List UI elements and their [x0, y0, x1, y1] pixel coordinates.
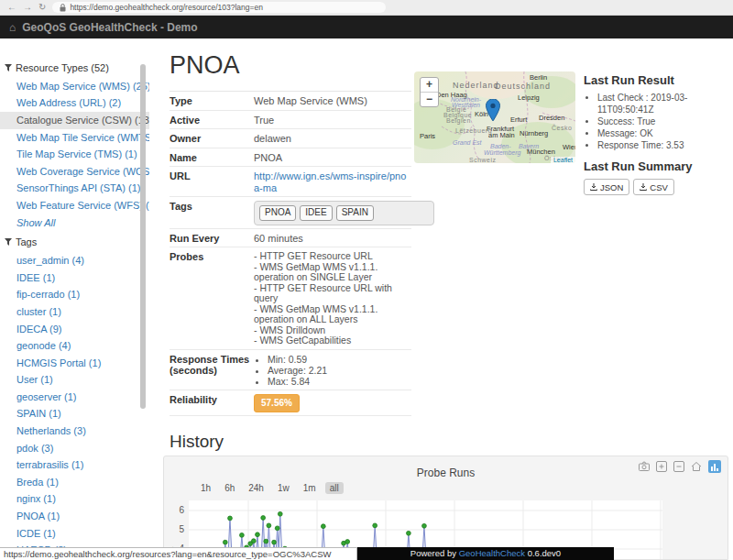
map[interactable]: + − NederlandDeutschlandBerlinDen HaagLe… — [414, 71, 575, 163]
sidebar-item-tag[interactable]: IDEE (1) — [0, 269, 149, 287]
tag-link[interactable]: geoserver (1) — [16, 391, 76, 402]
response-time-item: Min: 0.59 — [268, 354, 411, 365]
tag-link[interactable]: IDEE (1) — [16, 272, 55, 283]
tag-link[interactable]: geonode (4) — [16, 340, 71, 351]
refresh-icon[interactable]: ↻ — [38, 3, 46, 12]
sidebar-item-resource-type[interactable]: Catalogue Service (CSW) (13) — [0, 112, 149, 129]
detail-value: 57.56% — [254, 394, 411, 413]
zoom-out-icon[interactable] — [673, 461, 684, 472]
geohealthcheck-link[interactable]: GeoHealthCheck — [459, 548, 525, 558]
range-button-24h[interactable]: 24h — [244, 482, 268, 494]
sidebar-item-tag[interactable]: user_admin (4) — [0, 252, 149, 269]
detail-value: - HTTP GET Resource URL- WMS GetMap WMS … — [254, 251, 411, 346]
tag-link[interactable]: HCMGIS Portal (1) — [16, 357, 101, 368]
resource-url-link[interactable]: http://www.ign.es/wms-inspire/pnoa-ma — [254, 170, 406, 193]
sidebar-item-tag[interactable]: HCMGIS Portal (1) — [0, 355, 149, 372]
zoom-in-button[interactable]: + — [421, 78, 438, 92]
sidebar-item-tag[interactable]: geonode (4) — [0, 337, 149, 355]
sidebar-item-resource-type[interactable]: SensorThings API (STA) (1) — [0, 181, 149, 198]
show-all-link[interactable]: Show All — [16, 217, 55, 228]
sidebar-item-tag[interactable]: PNOA (1) — [0, 508, 149, 525]
back-icon[interactable]: ← — [7, 3, 16, 12]
tag-link[interactable]: cluster (1) — [16, 306, 61, 317]
tag-badge[interactable]: SPAIN — [336, 205, 374, 221]
zoom-out-button[interactable]: − — [421, 92, 438, 106]
detail-label: Type — [170, 95, 254, 107]
sidebar-item-tag[interactable]: Breda (1) — [0, 474, 149, 491]
top-navbar: ⌂ GeoQoS GeoHealthCheck - Demo — [0, 16, 733, 38]
range-button-1m[interactable]: 1m — [299, 482, 321, 494]
download-json-button[interactable]: JSON — [584, 179, 629, 195]
footer: Powered by GeoHealthCheck 0.6.dev0 — [357, 547, 614, 560]
home-icon[interactable]: ⌂ — [9, 21, 16, 34]
plotly-logo-icon[interactable] — [708, 460, 721, 473]
leaflet-attribution[interactable]: Leaflet — [551, 157, 575, 163]
range-button-1w[interactable]: 1w — [273, 482, 294, 494]
sidebar-item-resource-type[interactable]: Web Map Tile Service (WMTS) (4) — [0, 129, 149, 147]
sidebar-item-resource-type[interactable]: Web Address (URL) (2) — [0, 95, 149, 113]
sidebar-item-tag[interactable]: cluster (1) — [0, 303, 149, 321]
tag-link[interactable]: user_admin (4) — [16, 255, 84, 266]
response-times-list: Min: 0.59Average: 2.21Max: 5.84 — [254, 354, 411, 387]
sidebar-item-tag[interactable]: Netherlands (3) — [0, 423, 149, 440]
tag-link[interactable]: User (1) — [16, 374, 53, 385]
forward-icon[interactable]: → — [23, 3, 32, 12]
tag-link[interactable]: ICDE (1) — [16, 528, 56, 539]
resource-type-link[interactable]: Web Feature Service (WFS) (4) — [16, 200, 149, 211]
sidebar-item-tag[interactable]: SPAIN (1) — [0, 406, 149, 423]
detail-row: Reliability57.56% — [170, 390, 411, 417]
resource-type-link[interactable]: SensorThings API (STA) (1) — [16, 182, 141, 193]
detail-value: Min: 0.59Average: 2.21Max: 5.84 — [254, 354, 411, 387]
resource-type-link[interactable]: Web Address (URL) (2) — [16, 97, 121, 108]
tag-badge[interactable]: PNOA — [259, 205, 296, 221]
sidebar-item-resource-type[interactable]: Web Feature Service (WFS) (4) — [0, 197, 149, 214]
navbar-brand[interactable]: GeoQoS GeoHealthCheck - Demo — [22, 21, 197, 34]
resource-type-link[interactable]: Web Coverage Service (WCS) (2) — [16, 166, 149, 177]
powered-by-text: Powered by — [410, 548, 456, 558]
download-csv-button[interactable]: CSV — [633, 179, 674, 195]
sidebar-item-tag[interactable]: fip-cerrado (1) — [0, 287, 149, 304]
range-button-all[interactable]: all — [325, 482, 344, 494]
detail-label: Active — [170, 115, 254, 126]
tag-badge[interactable]: IDEE — [300, 205, 332, 221]
sidebar-item-tag[interactable]: ICDE (1) — [0, 525, 149, 543]
detail-label: Response Times (seconds) — [170, 354, 254, 387]
sidebar-item-tag[interactable]: terrabrasilis (1) — [0, 456, 149, 474]
sidebar-item-tag[interactable]: nginx (1) — [0, 491, 149, 509]
detail-value: delawen — [254, 133, 411, 145]
sidebar-item-tag[interactable]: geoserver (1) — [0, 389, 149, 406]
sidebar-item-tag[interactable]: User (1) — [0, 372, 149, 390]
sidebar-item-tag[interactable]: IDECA (9) — [0, 321, 149, 338]
map-marker-icon[interactable] — [486, 99, 500, 123]
camera-icon[interactable] — [639, 461, 650, 472]
url-bar[interactable]: https://demo.geohealthcheck.org/resource… — [52, 2, 386, 13]
sidebar-item-resource-type[interactable]: Web Coverage Service (WCS) (2) — [0, 163, 149, 181]
sidebar-show-all[interactable]: Show All — [0, 214, 149, 232]
reset-axes-home-icon[interactable] — [691, 461, 702, 472]
sidebar-scrollbar[interactable] — [140, 64, 146, 409]
detail-label: Probes — [170, 251, 254, 346]
resource-type-link[interactable]: Tile Map Service (TMS) (1) — [16, 148, 137, 159]
download-icon — [590, 183, 597, 191]
tag-link[interactable]: Breda (1) — [16, 477, 59, 488]
tag-link[interactable]: pdok (3) — [16, 443, 53, 454]
range-button-1h[interactable]: 1h — [196, 482, 215, 494]
resource-type-link[interactable]: Web Map Service (WMS) (25) — [16, 81, 149, 92]
range-button-6h[interactable]: 6h — [220, 482, 239, 494]
sidebar-item-tag[interactable]: pdok (3) — [0, 440, 149, 457]
detail-row: NamePNOA — [170, 148, 411, 168]
zoom-in-icon[interactable] — [656, 461, 667, 472]
resource-type-link[interactable]: Catalogue Service (CSW) (13) — [16, 115, 149, 126]
probe-runs-chart: Probe Runs 1h6h24h1w1mall 654(s — [163, 456, 728, 560]
sidebar-item-resource-type[interactable]: Web Map Service (WMS) (25) — [0, 78, 149, 95]
tag-link[interactable]: IDECA (9) — [16, 324, 62, 335]
tag-link[interactable]: Netherlands (3) — [16, 425, 86, 436]
tag-link[interactable]: nginx (1) — [16, 493, 56, 504]
detail-label: Reliability — [170, 394, 254, 413]
resource-type-link[interactable]: Web Map Tile Service (WMTS) (4) — [16, 132, 149, 143]
tag-link[interactable]: SPAIN (1) — [16, 408, 61, 419]
sidebar-item-resource-type[interactable]: Tile Map Service (TMS) (1) — [0, 146, 149, 163]
tag-link[interactable]: PNOA (1) — [16, 511, 60, 522]
tag-link[interactable]: fip-cerrado (1) — [16, 289, 80, 300]
tag-link[interactable]: terrabrasilis (1) — [16, 459, 83, 470]
